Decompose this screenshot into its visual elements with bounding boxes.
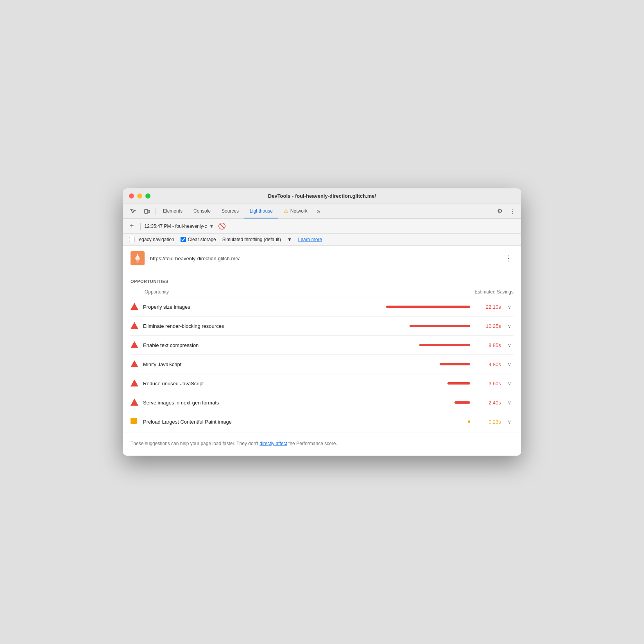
opp-savings-4: 3.60s [479, 381, 501, 386]
warning-icon: ⚠ [284, 208, 288, 214]
svg-rect-4 [135, 258, 140, 259]
opp-title-5: Serve images in next-gen formats [143, 400, 372, 406]
opp-chevron-2[interactable]: ∨ [506, 342, 513, 348]
maximize-button[interactable] [145, 193, 150, 199]
opp-savings-3: 4.80s [479, 361, 501, 367]
severity-icon-3 [131, 360, 138, 368]
opportunities-section: OPPORTUNITIES Opportunity Estimated Savi… [123, 271, 521, 431]
opp-bar-6 [468, 420, 470, 423]
table-row[interactable]: Properly size images 22.10s ∨ [131, 297, 513, 316]
col-savings-header: Estimated Savings [475, 289, 513, 295]
opp-bar-1 [410, 325, 470, 327]
more-tabs-button[interactable]: » [313, 205, 324, 218]
lighthouse-url: https://foul-heavenly-direction.glitch.m… [150, 256, 498, 261]
lighthouse-header: https://foul-heavenly-direction.glitch.m… [123, 246, 521, 271]
session-label: 12:35:47 PM - foul-heavenly-c ▼ [145, 224, 214, 229]
severity-icon-1 [131, 322, 138, 330]
device-toolbar-icon[interactable] [140, 205, 154, 218]
table-row[interactable]: Reduce unused JavaScript 3.60s ∨ [131, 374, 513, 393]
tab-lighthouse[interactable]: Lighthouse [244, 204, 278, 218]
opp-chevron-4[interactable]: ∨ [506, 381, 513, 386]
opp-bar-container-3 [376, 363, 470, 365]
throttle-chevron-icon: ▼ [287, 237, 292, 242]
opp-title-2: Enable text compression [143, 342, 372, 348]
tabs-bar: Elements Console Sources Lighthouse ⚠ Ne… [123, 204, 521, 219]
session-dropdown-icon[interactable]: ▼ [209, 224, 214, 229]
tab-console[interactable]: Console [188, 204, 216, 218]
traffic-lights [129, 193, 150, 199]
opp-savings-1: 10.25s [479, 323, 501, 329]
opp-title-4: Reduce unused JavaScript [143, 381, 372, 386]
opp-bar-container-0 [376, 306, 470, 308]
title-bar: DevTools - foul-heavenly-direction.glitc… [123, 188, 521, 204]
opp-savings-0: 22.10s [479, 304, 501, 310]
opp-bar-container-5 [376, 401, 470, 404]
opp-savings-2: 8.85s [479, 342, 501, 348]
close-button[interactable] [129, 193, 134, 199]
opp-savings-5: 2.40s [479, 400, 501, 406]
opp-chevron-6[interactable]: ∨ [506, 419, 513, 425]
footer-link[interactable]: directly affect [259, 441, 287, 446]
svg-rect-7 [136, 262, 139, 263]
throttling-dropdown[interactable]: ▼ [287, 237, 292, 242]
opp-title-0: Properly size images [143, 304, 372, 310]
block-icon[interactable]: 🚫 [218, 222, 226, 230]
opp-chevron-3[interactable]: ∨ [506, 361, 513, 367]
opp-chevron-0[interactable]: ∨ [506, 304, 513, 310]
svg-rect-5 [136, 259, 140, 260]
addr-divider [140, 223, 141, 230]
tab-network[interactable]: ⚠ Network [278, 204, 313, 218]
minimize-button[interactable] [137, 193, 142, 199]
clear-storage-option[interactable]: Clear storage [181, 237, 216, 242]
lighthouse-logo [131, 251, 145, 265]
settings-icon[interactable]: ⚙ [493, 204, 506, 218]
opp-bar-0 [386, 306, 470, 308]
learn-more-link[interactable]: Learn more [298, 237, 322, 242]
opp-bar-container-6 [376, 420, 470, 423]
clear-storage-checkbox[interactable] [181, 237, 186, 242]
svg-rect-0 [145, 209, 148, 213]
table-row[interactable]: Enable text compression 8.85s ∨ [131, 335, 513, 354]
svg-rect-1 [148, 210, 150, 213]
severity-icon-2 [131, 341, 138, 349]
legacy-navigation-checkbox[interactable] [129, 237, 134, 242]
opp-bar-container-1 [376, 325, 470, 327]
severity-icon-4 [131, 379, 138, 387]
window-title: DevTools - foul-heavenly-direction.glitc… [268, 193, 376, 199]
opp-bar-5 [454, 401, 470, 404]
more-options-icon[interactable]: ⋮ [506, 205, 518, 218]
severity-icon-6 [131, 418, 138, 426]
opp-savings-6: 0.23s [479, 419, 501, 425]
tab-sources[interactable]: Sources [216, 204, 244, 218]
legacy-navigation-option[interactable]: Legacy navigation [129, 237, 174, 242]
devtools-window: DevTools - foul-heavenly-direction.glitc… [123, 188, 521, 456]
col-opportunity-header: Opportunity [145, 289, 169, 295]
inspector-icon[interactable] [126, 205, 140, 218]
tab-elements[interactable]: Elements [157, 204, 188, 218]
opp-bar-3 [440, 363, 470, 365]
address-bar: + 12:35:47 PM - foul-heavenly-c ▼ 🚫 [123, 219, 521, 234]
opp-title-3: Minify JavaScript [143, 361, 372, 367]
lighthouse-menu-icon[interactable]: ⋮ [503, 252, 513, 264]
opp-bar-4 [447, 382, 470, 385]
table-row[interactable]: Eliminate render-blocking resources 10.2… [131, 316, 513, 335]
svg-rect-8 [137, 263, 138, 263]
opp-title-1: Eliminate render-blocking resources [143, 323, 372, 329]
tab-separator [156, 208, 156, 215]
table-header: Opportunity Estimated Savings [131, 287, 513, 297]
opp-bar-container-2 [376, 344, 470, 346]
table-row[interactable]: Preload Largest Contentful Paint image 0… [131, 412, 513, 431]
throttling-label: Simulated throttling (default) [222, 237, 281, 242]
severity-icon-0 [131, 303, 138, 311]
opp-title-6: Preload Largest Contentful Paint image [143, 419, 372, 425]
svg-rect-6 [136, 261, 139, 261]
new-tab-icon[interactable]: + [127, 221, 136, 231]
table-row[interactable]: Serve images in next-gen formats 2.40s ∨ [131, 393, 513, 412]
opp-bar-2 [419, 344, 470, 346]
severity-icon-5 [131, 399, 138, 406]
table-row[interactable]: Minify JavaScript 4.80s ∨ [131, 354, 513, 374]
opp-chevron-1[interactable]: ∨ [506, 323, 513, 329]
options-bar: Legacy navigation Clear storage Simulate… [123, 234, 521, 246]
lighthouse-panel: https://foul-heavenly-direction.glitch.m… [123, 246, 521, 456]
opp-chevron-5[interactable]: ∨ [506, 400, 513, 406]
